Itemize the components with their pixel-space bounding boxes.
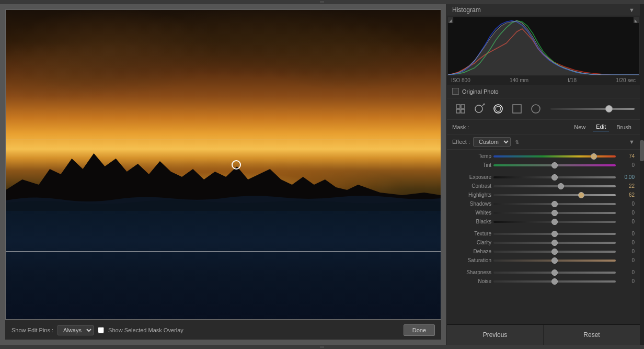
previous-button[interactable]: Previous <box>447 325 544 345</box>
bottom-bar <box>0 345 644 349</box>
tools-row <box>447 98 640 120</box>
bottom-handle-icon <box>319 345 325 348</box>
bottom-toolbar: Show Edit Pins : Always Show Selected Ma… <box>5 320 441 340</box>
exposure-thumb[interactable] <box>551 174 558 181</box>
texture-thumb[interactable] <box>551 231 558 237</box>
temp-row: Temp 74 <box>447 152 640 161</box>
shadows-slider[interactable] <box>493 203 616 205</box>
svg-rect-20 <box>320 347 324 347</box>
tint-slider[interactable] <box>493 164 616 166</box>
original-photo-checkbox[interactable] <box>452 88 459 95</box>
tint-label: Tint <box>452 162 491 168</box>
shadows-thumb[interactable] <box>551 201 558 207</box>
linear-gradient-icon[interactable] <box>509 102 525 116</box>
tint-thumb[interactable] <box>551 162 558 168</box>
scrollbar-thumb[interactable] <box>640 140 644 161</box>
shadows-row: Shadows 0 <box>447 199 640 208</box>
effect-label: Effect : <box>452 139 470 145</box>
mask-new-button[interactable]: New <box>571 123 589 131</box>
main-area: Show Edit Pins : Always Show Selected Ma… <box>0 4 644 345</box>
edit-pins-select[interactable]: Always <box>58 325 94 335</box>
mask-row: Mask : New Edit Brush <box>447 120 640 134</box>
iso-value: ISO 800 <box>451 77 470 83</box>
clarity-label: Clarity <box>452 240 491 245</box>
sharpness-thumb[interactable] <box>551 269 558 276</box>
dehaze-value: 0 <box>618 249 635 254</box>
mask-brush-button[interactable]: Brush <box>613 123 635 131</box>
contrast-slider[interactable] <box>493 185 616 187</box>
blacks-thumb[interactable] <box>551 219 558 225</box>
whites-thumb[interactable] <box>551 210 558 216</box>
temp-slider[interactable] <box>493 155 616 157</box>
highlights-slider[interactable] <box>493 194 616 196</box>
noise-row: Noise 0 <box>447 277 640 286</box>
whites-label: Whites <box>452 210 491 216</box>
mask-edit-button[interactable]: Edit <box>593 122 609 131</box>
scrollbar-track <box>640 4 644 345</box>
exposure-value: 0.00 <box>618 174 635 180</box>
contrast-row: Contrast 22 <box>447 182 640 190</box>
saturation-row: Saturation 0 <box>447 256 640 265</box>
selection-line-top <box>6 140 441 140</box>
texture-label: Texture <box>452 231 491 237</box>
highlights-row: Highlights 62 <box>447 190 640 199</box>
photo-panel: Show Edit Pins : Always Show Selected Ma… <box>0 4 446 345</box>
reset-button[interactable]: Reset <box>544 325 640 345</box>
exposure-row: Exposure 0.00 <box>447 173 640 182</box>
right-panel: Histogram ▼ ◢ ◣ <box>446 4 640 345</box>
aperture: f/18 <box>568 77 577 83</box>
histogram-header: Histogram ▼ <box>447 4 640 16</box>
noise-thumb[interactable] <box>551 278 558 285</box>
svg-rect-19 <box>320 346 324 346</box>
rocks-silhouette <box>6 143 441 211</box>
exposure-slider[interactable] <box>493 176 616 178</box>
saturation-thumb[interactable] <box>551 257 558 264</box>
exposure-label: Exposure <box>452 174 491 180</box>
dehaze-thumb[interactable] <box>551 249 558 255</box>
histogram-collapse-icon[interactable]: ▼ <box>629 7 635 13</box>
done-button[interactable]: Done <box>404 324 435 336</box>
dehaze-row: Dehaze 0 <box>447 247 640 256</box>
svg-point-18 <box>532 105 540 113</box>
sharpness-value: 0 <box>618 269 635 275</box>
center-pin[interactable] <box>232 160 241 170</box>
tool-size-thumb[interactable] <box>605 105 613 112</box>
effect-arrows-icon[interactable]: ⇅ <box>515 139 519 145</box>
tint-value: 0 <box>618 162 635 168</box>
blacks-value: 0 <box>618 219 635 224</box>
focal-length: 140 mm <box>510 77 528 83</box>
color-range-icon[interactable] <box>527 102 544 116</box>
temp-thumb[interactable] <box>591 153 597 160</box>
highlights-thumb[interactable] <box>578 192 584 198</box>
grid-tool-icon[interactable] <box>452 102 469 116</box>
texture-slider[interactable] <box>493 233 616 235</box>
saturation-label: Saturation <box>452 257 491 263</box>
radial-gradient-icon[interactable] <box>471 102 488 116</box>
blacks-row: Blacks 0 <box>447 217 640 226</box>
sharpness-slider[interactable] <box>493 272 616 274</box>
sharpness-row: Sharpness 0 <box>447 268 640 277</box>
tint-row: Tint 0 <box>447 161 640 170</box>
bottom-buttons: Previous Reset <box>447 324 640 345</box>
brush-tool-icon[interactable] <box>490 102 507 116</box>
saturation-slider[interactable] <box>493 260 616 262</box>
whites-slider[interactable] <box>493 212 616 214</box>
clarity-slider[interactable] <box>493 242 616 244</box>
tool-size-slider[interactable] <box>550 108 635 110</box>
effect-select[interactable]: Custom <box>473 137 511 147</box>
blacks-slider[interactable] <box>493 221 616 223</box>
noise-label: Noise <box>452 278 491 284</box>
show-mask-overlay-checkbox[interactable] <box>98 327 104 333</box>
contrast-label: Contrast <box>452 183 491 189</box>
whites-row: Whites 0 <box>447 208 640 217</box>
noise-slider[interactable] <box>493 280 616 283</box>
histogram-info: ISO 800 140 mm f/18 1/20 sec <box>447 76 640 85</box>
temp-value: 74 <box>618 153 635 159</box>
clarity-thumb[interactable] <box>551 240 558 246</box>
shadows-value: 0 <box>618 201 635 207</box>
dehaze-slider[interactable] <box>493 251 616 253</box>
effect-collapse-icon[interactable]: ▼ <box>629 139 635 145</box>
photo-container <box>5 9 441 320</box>
contrast-thumb[interactable] <box>558 183 564 189</box>
effect-row: Effect : Custom ⇅ ▼ <box>447 134 640 150</box>
